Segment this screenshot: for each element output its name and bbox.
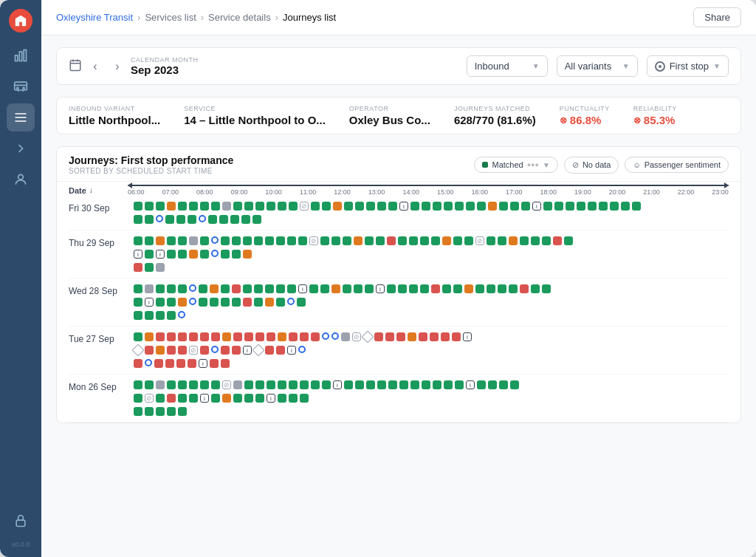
journey-dot[interactable] xyxy=(388,380,397,389)
journey-dot[interactable] xyxy=(444,380,453,389)
journey-dot[interactable] xyxy=(599,202,608,211)
journey-dot[interactable] xyxy=(422,380,430,389)
journey-dot-cancel[interactable]: ⊘ xyxy=(189,346,198,355)
journey-dot[interactable] xyxy=(165,215,174,224)
journey-dot[interactable] xyxy=(298,236,307,245)
journey-dot-info[interactable]: i xyxy=(376,284,385,293)
journey-dot[interactable] xyxy=(399,380,408,389)
journey-dot[interactable] xyxy=(156,263,165,272)
journey-dot[interactable] xyxy=(243,298,252,307)
journey-dot[interactable] xyxy=(156,407,165,416)
journey-dot[interactable] xyxy=(178,394,187,403)
sentiment-button[interactable]: ☺ Passenger sentiment xyxy=(625,157,729,173)
journey-dot-info[interactable]: i xyxy=(200,394,209,403)
journey-dot[interactable] xyxy=(145,236,154,245)
journey-dot[interactable] xyxy=(374,332,383,341)
journey-dot[interactable] xyxy=(189,332,198,341)
journey-dot[interactable] xyxy=(322,202,331,211)
journey-dot-blue[interactable] xyxy=(287,298,295,305)
journey-dot[interactable] xyxy=(189,250,198,259)
journey-dot[interactable] xyxy=(145,202,154,211)
journey-dot[interactable] xyxy=(498,236,506,245)
journey-dot[interactable] xyxy=(531,284,540,293)
journey-dot[interactable] xyxy=(278,202,286,211)
journey-dot[interactable] xyxy=(156,236,165,245)
journey-dot-blue[interactable] xyxy=(178,311,185,318)
journey-dot[interactable] xyxy=(621,202,630,211)
journey-dot[interactable] xyxy=(377,202,386,211)
journey-dot[interactable] xyxy=(331,236,340,245)
journey-dot[interactable] xyxy=(167,332,176,341)
journey-dot[interactable] xyxy=(419,332,427,341)
journey-dot[interactable] xyxy=(265,236,274,245)
journey-dot[interactable] xyxy=(156,394,165,403)
journey-dot[interactable] xyxy=(145,380,154,389)
journey-dot[interactable] xyxy=(134,236,142,245)
journey-dot[interactable] xyxy=(385,332,394,341)
journey-dot[interactable] xyxy=(145,332,154,341)
journey-dot[interactable] xyxy=(178,284,187,293)
journey-dot[interactable] xyxy=(145,250,154,259)
journey-dot[interactable] xyxy=(431,236,440,245)
journey-dot[interactable] xyxy=(156,284,165,293)
journey-dot[interactable] xyxy=(300,380,309,389)
journey-dot[interactable] xyxy=(276,346,285,355)
journey-dot[interactable] xyxy=(387,236,396,245)
journey-dot[interactable] xyxy=(221,284,230,293)
journey-dot[interactable] xyxy=(543,202,552,211)
journey-dot[interactable] xyxy=(211,380,220,389)
journey-dot[interactable] xyxy=(208,215,217,224)
journey-dot[interactable] xyxy=(267,380,275,389)
journey-dot[interactable] xyxy=(254,236,263,245)
journey-dot[interactable] xyxy=(509,236,518,245)
journey-dot-blue[interactable] xyxy=(199,215,206,222)
journey-dot-blue[interactable] xyxy=(189,298,196,305)
sidebar-icon-lock[interactable] xyxy=(7,507,35,535)
journey-dot[interactable] xyxy=(396,332,405,341)
journey-dot[interactable] xyxy=(211,394,220,403)
first-stop-dropdown[interactable]: First stop ▼ xyxy=(647,55,729,77)
journey-dot-info[interactable]: i xyxy=(399,202,408,211)
journey-dot[interactable] xyxy=(233,380,242,389)
journey-dot[interactable] xyxy=(244,332,253,341)
journey-dot-diamond[interactable] xyxy=(132,344,145,357)
journey-dot[interactable] xyxy=(289,332,298,341)
journey-dot[interactable] xyxy=(355,202,364,211)
share-button[interactable]: Share xyxy=(693,7,741,27)
journey-dot-blue[interactable] xyxy=(331,332,339,340)
journey-dot[interactable] xyxy=(219,215,228,224)
journey-dot-info[interactable]: i xyxy=(267,394,275,403)
journey-dot[interactable] xyxy=(300,332,309,341)
journey-dot[interactable] xyxy=(333,202,342,211)
journey-dot[interactable] xyxy=(232,284,241,293)
journey-dot-blue[interactable] xyxy=(322,332,329,340)
journey-dot[interactable] xyxy=(178,332,187,341)
journey-dot[interactable] xyxy=(267,332,275,341)
journey-dot[interactable] xyxy=(300,394,309,403)
journey-dot-info[interactable]: i xyxy=(532,202,541,211)
journey-dot[interactable] xyxy=(134,311,142,320)
journey-dot[interactable] xyxy=(553,236,562,245)
journey-dot[interactable] xyxy=(398,284,407,293)
journey-dot[interactable] xyxy=(134,202,142,211)
journey-dot[interactable] xyxy=(154,359,163,368)
journey-dot[interactable] xyxy=(134,407,142,416)
journey-dot[interactable] xyxy=(232,298,241,307)
journey-dot[interactable] xyxy=(222,202,231,211)
journey-dot[interactable] xyxy=(167,394,176,403)
journey-dot[interactable] xyxy=(610,202,619,211)
sidebar-icon-list[interactable] xyxy=(7,103,35,131)
journey-dot[interactable] xyxy=(566,202,574,211)
journey-dot[interactable] xyxy=(233,394,242,403)
breadcrumb-service-details[interactable]: Service details xyxy=(208,12,271,23)
breadcrumb-services-list[interactable]: Services list xyxy=(145,12,196,23)
journey-dot[interactable] xyxy=(156,298,165,307)
journey-dot[interactable] xyxy=(244,394,253,403)
journey-dot[interactable] xyxy=(134,332,142,341)
journey-dot[interactable] xyxy=(189,380,198,389)
journey-dot-info[interactable]: i xyxy=(287,346,296,355)
journey-dot[interactable] xyxy=(322,380,331,389)
prev-month-button[interactable]: ‹ xyxy=(86,58,104,75)
journey-dot[interactable] xyxy=(252,215,261,224)
journey-dot[interactable] xyxy=(243,236,252,245)
